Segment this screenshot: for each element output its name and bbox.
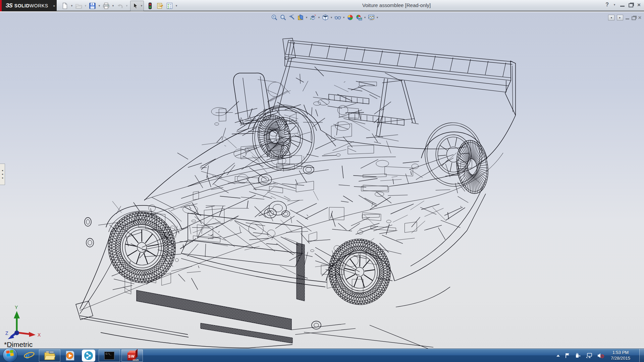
view-settings-button[interactable] — [367, 13, 375, 21]
volume-muted-icon[interactable] — [597, 353, 604, 359]
view-orientation-icon — [310, 14, 316, 21]
taskbar-clock[interactable]: 1:53 PM 7/28/2015 — [606, 350, 635, 361]
edit-appearance-button[interactable] — [346, 13, 354, 21]
action-center-flag-icon[interactable] — [565, 353, 571, 359]
zoom-to-area-icon — [280, 14, 286, 21]
windows-explorer-icon — [44, 351, 55, 361]
system-tray — [556, 349, 604, 362]
select-arrow-icon — [132, 2, 139, 9]
help-caret[interactable]: ▾ — [613, 3, 616, 6]
power-plug-icon[interactable] — [575, 353, 582, 359]
save-icon — [89, 2, 96, 9]
previous-view-button[interactable] — [287, 13, 296, 21]
view-orientation-label: *Dimetric — [4, 341, 33, 349]
share-app-icon — [84, 351, 94, 361]
apply-scene-button[interactable] — [355, 13, 363, 21]
document-minimize-button[interactable] — [626, 18, 629, 19]
undo-icon — [116, 2, 123, 9]
undo-button[interactable] — [115, 1, 124, 10]
triad-x-label: X — [38, 332, 41, 338]
file-properties-button[interactable] — [155, 1, 164, 10]
solidworks-2015-icon: SW 2015 — [127, 351, 137, 361]
graphics-viewport[interactable]: ▾ ▾ ▾ ▾ ▾ ▾ ◂ ▸ × ◂ ◂ ◂ — [0, 12, 644, 349]
hide-show-items-button[interactable] — [333, 13, 342, 21]
zoom-to-area-button[interactable] — [279, 13, 287, 21]
view-settings-icon — [368, 14, 375, 21]
open-document-caret[interactable]: ▾ — [84, 4, 87, 7]
pane-previous-button[interactable]: ◂ — [608, 15, 614, 20]
taskbar-internet-explorer[interactable]: e — [22, 349, 36, 362]
network-icon[interactable] — [586, 353, 593, 359]
zoom-to-fit-button[interactable] — [270, 13, 278, 21]
display-style-caret[interactable]: ▾ — [330, 16, 333, 19]
save-button[interactable] — [88, 1, 97, 10]
print-caret[interactable]: ▾ — [111, 4, 115, 7]
hide-show-items-caret[interactable]: ▾ — [342, 16, 345, 19]
view-settings-caret[interactable]: ▾ — [376, 16, 379, 19]
document-restore-button[interactable] — [632, 16, 636, 20]
svg-text:e: e — [25, 350, 30, 361]
triad-y-label: Y — [15, 305, 18, 310]
solidworks-version-badge: 2015 — [132, 359, 139, 362]
rebuild-button[interactable] — [146, 1, 155, 10]
taskbar-media-player[interactable] — [63, 349, 77, 362]
ds-logo-mark: ЗS — [6, 2, 12, 9]
collapse-arrow-icon: ◂ — [2, 177, 3, 179]
standard-toolbar: ▾ ▾ ▾ ▾ ▾ ▾ ▾ — [60, 0, 178, 11]
open-document-button[interactable] — [74, 1, 83, 10]
previous-view-icon — [288, 14, 295, 21]
taskbar-solidworks[interactable]: SW 2015 — [121, 349, 143, 362]
solidworks-wordmark: SOLIDWORKS — [14, 3, 48, 8]
rebuild-traffic-light-icon — [147, 2, 154, 9]
car-wireframe-model — [0, 12, 644, 349]
help-button[interactable]: ? — [605, 2, 609, 8]
options-button[interactable] — [165, 1, 174, 10]
apply-scene-caret[interactable]: ▾ — [363, 16, 367, 19]
start-button[interactable] — [3, 348, 17, 362]
save-caret[interactable]: ▾ — [98, 4, 101, 7]
show-desktop-button[interactable] — [639, 349, 644, 362]
media-player-icon — [64, 350, 76, 361]
edit-appearance-icon — [347, 14, 354, 21]
new-document-button[interactable] — [60, 1, 69, 10]
collapse-arrow-icon: ◂ — [2, 169, 3, 172]
featuremanager-collapse-tab[interactable]: ◂ ◂ ◂ — [0, 164, 5, 185]
taskbar-share-app[interactable] — [82, 350, 95, 362]
new-document-caret[interactable]: ▾ — [70, 4, 73, 7]
taskbar-windows-explorer[interactable] — [39, 349, 60, 362]
view-orientation-button[interactable] — [309, 13, 317, 21]
select-tool-caret[interactable]: ▾ — [140, 4, 143, 7]
section-view-caret[interactable]: ▾ — [305, 16, 308, 19]
file-properties-icon — [156, 2, 163, 9]
section-view-button[interactable] — [296, 13, 305, 21]
minimize-button[interactable] — [620, 6, 625, 7]
print-button[interactable] — [102, 1, 111, 10]
document-window-controls: ◂ ▸ × — [608, 15, 641, 20]
show-hidden-icons-button[interactable] — [556, 354, 560, 357]
orientation-triad: Y X Z — [3, 303, 46, 340]
clock-date: 7/28/2015 — [606, 355, 635, 361]
options-icon — [166, 2, 173, 9]
document-close-button[interactable]: × — [638, 15, 641, 20]
undo-caret[interactable]: ▾ — [125, 4, 128, 7]
restore-button[interactable] — [629, 3, 633, 7]
windows-taskbar: e C:\_ — [0, 349, 644, 362]
new-document-icon — [61, 2, 68, 9]
taskbar-command-prompt[interactable]: C:\_ — [99, 349, 120, 362]
view-orientation-caret[interactable]: ▾ — [317, 16, 321, 19]
pane-next-button[interactable]: ▸ — [617, 15, 623, 20]
clock-time: 1:53 PM — [606, 350, 635, 355]
solidworks-logo: ЗS SOLIDWORKS — [2, 0, 52, 11]
print-icon — [103, 2, 110, 9]
apply-scene-icon — [356, 14, 362, 21]
select-tool-button[interactable] — [131, 1, 140, 10]
collapse-arrow-icon: ◂ — [2, 173, 3, 176]
menu-flyout-tab[interactable]: ▸ — [52, 0, 57, 11]
app-titlebar: ЗS SOLIDWORKS ▸ ▾ ▾ ▾ ▾ ▾ ▾ — [0, 0, 644, 11]
display-style-icon — [322, 14, 329, 21]
close-button[interactable]: × — [637, 2, 641, 8]
zoom-to-fit-icon — [271, 14, 278, 21]
options-caret[interactable]: ▾ — [175, 4, 178, 7]
triad-z-label: Z — [5, 330, 8, 336]
display-style-button[interactable] — [321, 13, 329, 21]
